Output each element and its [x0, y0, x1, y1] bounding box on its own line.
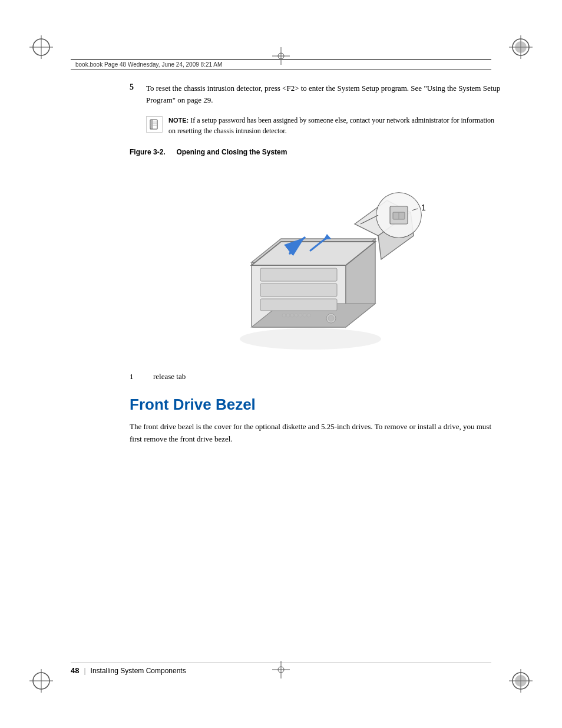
note-icon — [146, 116, 163, 133]
section-body: The front drive bezel is the cover for t… — [130, 421, 503, 446]
svg-rect-23 — [260, 299, 337, 311]
step-text: To reset the chassis intrusion detector,… — [146, 83, 503, 106]
svg-text:1: 1 — [421, 203, 426, 212]
bottom-center-mark — [272, 661, 290, 681]
header-text: book.book Page 48 Wednesday, June 24, 20… — [75, 61, 222, 68]
svg-point-32 — [307, 314, 310, 317]
callout-number: 1 — [130, 372, 141, 381]
footer-separator: | — [84, 667, 85, 675]
svg-point-6 — [515, 41, 527, 53]
corner-mark-tr — [509, 35, 533, 59]
svg-point-30 — [299, 314, 302, 317]
svg-rect-14 — [150, 120, 157, 129]
figure-caption: Figure 3-2. Opening and Closing the Syst… — [130, 148, 503, 156]
svg-point-27 — [286, 314, 290, 317]
note-label: NOTE: — [168, 117, 189, 124]
step-5-row: 5 To reset the chassis intrusion detecto… — [130, 83, 503, 106]
svg-point-25 — [328, 315, 334, 321]
footer-text: Installing System Components — [91, 667, 186, 675]
svg-point-19 — [240, 328, 381, 350]
footer-page-number: 48 — [71, 666, 79, 675]
figure-title — [167, 148, 174, 156]
note-box: NOTE: If a setup password has been assig… — [146, 115, 503, 136]
step-number: 5 — [130, 83, 139, 106]
note-body: If a setup password has been assigned by… — [168, 116, 494, 135]
computer-illustration: 1 — [193, 168, 440, 357]
top-center-mark — [272, 47, 290, 67]
svg-point-13 — [515, 675, 527, 687]
corner-mark-br — [509, 669, 533, 693]
callout-list: 1 release tab — [130, 372, 503, 381]
page-container: book.book Page 48 Wednesday, June 24, 20… — [0, 0, 562, 728]
note-text: NOTE: If a setup password has been assig… — [168, 115, 503, 136]
figure-title-text: Opening and Closing the System — [176, 148, 287, 156]
svg-point-28 — [290, 314, 294, 317]
figure-area: 1 — [130, 162, 503, 363]
callout-label: release tab — [153, 372, 186, 381]
svg-rect-21 — [260, 268, 337, 281]
figure-label: Figure 3-2. — [130, 148, 166, 156]
svg-point-26 — [282, 314, 286, 317]
corner-mark-bl — [29, 669, 53, 693]
section-heading: Front Drive Bezel — [130, 396, 503, 414]
main-content: 5 To reset the chassis intrusion detecto… — [130, 83, 503, 634]
corner-mark-tl — [29, 35, 53, 59]
svg-rect-22 — [260, 284, 337, 297]
svg-point-31 — [303, 314, 306, 317]
svg-point-29 — [295, 314, 298, 317]
